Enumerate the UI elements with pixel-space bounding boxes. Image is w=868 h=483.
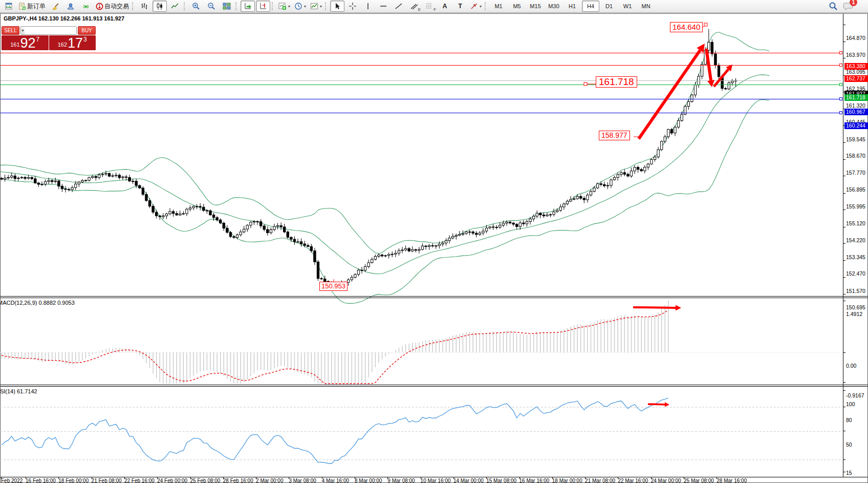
toolbar-grip[interactable] [485,2,487,10]
timeframe-m15[interactable]: M15 [527,1,544,12]
search-icon [829,2,838,11]
buy-button[interactable]: BUY [78,26,96,35]
time-axis-label: 14 Mar 00:00 [453,478,484,483]
time-axis-label: 10 Mar 16:00 [421,478,451,483]
signal-icon [82,3,90,10]
chart-window-button[interactable] [2,1,16,12]
toolbar-grip[interactable] [184,2,186,10]
resistance-price-label[interactable]: 161.718 [596,76,637,88]
label-button[interactable]: T [453,1,467,12]
chevron-down-icon[interactable]: ▾ [288,4,290,9]
notifications-button[interactable]: 1 [841,1,856,12]
chevron-down-icon[interactable]: ▾ [480,4,482,9]
auto-trading-button[interactable]: 自动交易 [94,1,131,12]
label-icon: T [458,3,462,10]
chevron-down-icon[interactable]: ▾ [304,4,306,9]
candlestick-button[interactable] [153,1,167,12]
zoom-in-button[interactable] [189,1,203,12]
signal-button[interactable] [79,1,93,12]
axis-tick-label: 157.770 [846,170,865,176]
bar-chart-button[interactable] [137,1,151,12]
notification-badge: 1 [850,0,857,6]
profile-button[interactable] [63,1,78,12]
axis-tick-label: 153.345 [846,254,865,260]
axis-tick-label: 156.895 [846,186,865,193]
timeframe-h4[interactable]: H4 [582,1,599,12]
time-axis-label: 18 Mar 00:00 [552,478,582,483]
text-button[interactable]: A [438,1,452,12]
arrows-icon [470,2,478,10]
volume-input[interactable] [25,27,77,34]
tool-subscript: F [433,7,436,12]
horizontal-line-icon [379,2,387,10]
fibonacci-button[interactable]: F [422,1,437,12]
timeframe-m5[interactable]: M5 [508,1,526,12]
arrows-button[interactable]: ▾ [468,1,483,12]
zoom-in-icon [192,2,200,10]
toolbar-group [137,0,183,12]
time-axis-label: 28 Feb 16:00 [223,478,253,483]
toolbar-grip[interactable] [325,2,328,10]
chart-window-icon [5,3,12,10]
channel-button[interactable]: E [407,1,421,12]
crosshair-icon [349,2,357,10]
new-order-button[interactable]: 新订单 [17,1,47,12]
axis-tick-label: 159.545 [846,136,865,142]
toolbar-right-group: 1 [826,1,867,12]
timeframe-m1[interactable]: M1 [490,1,507,12]
chevron-down-icon[interactable]: ▾ [320,4,322,9]
broom-button[interactable] [48,1,62,12]
candlestick-icon [156,2,164,10]
timeframe-d1[interactable]: D1 [600,1,618,12]
buy-price-big: 17 [68,37,83,50]
add-indicator-icon [278,2,287,10]
peak-price-callout[interactable]: 164.640 [670,22,703,32]
buy-quote[interactable]: 162173 [49,35,96,50]
chart-shift-button[interactable] [256,1,270,12]
zoom-out-icon [207,2,215,10]
template-button[interactable]: ▾ [309,1,323,12]
tile-windows-button[interactable] [220,1,234,12]
vertical-line-button[interactable] [361,1,375,12]
toolbar-group: ▾▾▾ [276,0,324,12]
axis-tick-label: 152.470 [846,270,865,277]
toolbar-grip[interactable] [272,2,274,10]
crosshair-button[interactable] [345,1,360,12]
chart-graphics [0,13,868,483]
volume-decrease-button[interactable]: ▼ [21,27,25,34]
axis-tick-label: 80 [846,417,852,423]
sell-quote[interactable]: 161927 [2,35,49,50]
time-axis-label: 8 Mar 00:00 [355,478,382,483]
line-chart-button[interactable] [168,1,182,12]
support-price-label[interactable]: 158.977 [599,131,630,140]
axis-tick-label: 1.4912 [846,311,862,317]
toolbar-grip[interactable] [132,2,135,10]
trough-price-label[interactable]: 150.953 [319,282,348,291]
cursor-button[interactable] [330,1,344,12]
timeframe-w1[interactable]: W1 [619,1,636,12]
periods-button[interactable]: ▾ [293,1,308,12]
chart-window[interactable]: GBPJPY-,H4 162.130 162.266 161.913 161.9… [0,13,868,483]
timeframe-h1[interactable]: H1 [563,1,581,12]
price-badge: 162.737 [844,75,868,82]
chat-icon: 1 [843,2,854,11]
trendline-button[interactable] [392,1,406,12]
time-axis-label: 25 Mar 08:00 [684,478,714,483]
one-click-trading-panel: SELL ▼ ▲ BUY 161927 162173 [2,26,96,50]
toolbar-grip[interactable] [235,2,238,10]
axis-tick-label: 100 [846,401,855,407]
price-badge: 161.718 [844,94,868,101]
channel-icon [410,2,418,10]
add-indicator-button[interactable]: ▾ [277,1,292,12]
horizontal-line-button[interactable] [376,1,390,12]
text-icon: A [443,3,447,10]
frame-layer [0,14,868,483]
zoom-out-button[interactable] [204,1,219,12]
timeframe-m30[interactable]: M30 [545,1,562,12]
auto-scroll-button[interactable] [241,1,255,12]
price-badge: 160.967 [844,109,868,115]
chart-shift-icon [259,2,267,10]
timeframe-mn[interactable]: MN [637,1,655,12]
search-button[interactable] [826,1,840,12]
sell-button[interactable]: SELL [2,26,19,35]
